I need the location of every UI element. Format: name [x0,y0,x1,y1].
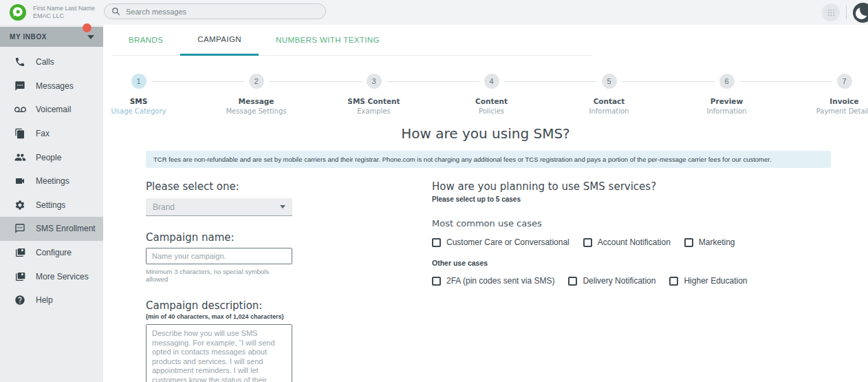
sidebar-item-configure[interactable]: Configure [0,241,103,265]
sidebar: MY INBOX Calls Messages Voicemail [0,25,103,382]
tcr-fees-banner: TCR fees are non-refundable and are set … [146,151,831,168]
step-4-content-policies[interactable]: 4 Content Policies [433,74,550,115]
usecase-label: 2FA (pin codes sent via SMS) [446,276,554,286]
usecase-2fa[interactable]: 2FA (pin codes sent via SMS) [432,276,554,286]
step-circle: 4 [484,74,499,89]
step-title: Content [475,97,508,105]
notification-badge [83,23,91,32]
user-name: First Name Last Name [33,5,95,12]
step-circle: 1 [131,74,147,89]
main-content: BRANDS CAMPAIGN NUMBERS WITH TEXTING 1 S… [103,25,868,382]
search-input[interactable]: Search messages [104,3,326,19]
step-6-preview-information[interactable]: 6 Preview Information [668,74,785,115]
campaign-name-label: Campaign name: [146,231,292,244]
usecase-marketing[interactable]: Marketing [684,237,735,247]
step-7-invoice-payment-details[interactable]: 7 Invoice Payment Details [785,74,868,115]
sidebar-item-sms-enrollment[interactable]: SMS Enrollment [0,217,103,241]
checkbox-icon[interactable] [432,277,441,286]
checkbox-icon[interactable] [583,238,592,247]
layers-icon [14,246,26,259]
step-subtitle: Usage Category [111,107,166,115]
sidebar-item-help[interactable]: Help [0,288,103,312]
use-case-row: Customer Care or Conversational Account … [432,237,748,247]
usecase-customer-care[interactable]: Customer Care or Conversational [432,237,569,247]
checkbox-icon[interactable] [684,238,693,247]
fax-icon [14,127,26,140]
use-case-row: 2FA (pin codes sent via SMS) Delivery No… [432,276,748,286]
sidebar-item-label: Meetings [36,176,69,186]
dark-mode-toggle[interactable] [853,3,868,23]
usecase-higher-education[interactable]: Higher Education [669,276,747,286]
usecase-label: Higher Education [684,276,747,286]
checkbox-icon[interactable] [669,277,678,286]
step-3-sms-content-examples[interactable]: 3 SMS Content Examples [315,74,433,115]
topbar-actions [822,0,868,25]
tab-brands[interactable]: BRANDS [111,25,180,55]
phone-com-logo[interactable] [10,4,26,21]
campaign-description-textarea[interactable] [146,324,292,382]
gear-icon [14,199,26,211]
step-circle: 3 [367,74,382,89]
sidebar-item-calls[interactable]: Calls [0,50,103,74]
sidebar-item-messages[interactable]: Messages [0,74,103,98]
sidebar-item-meetings[interactable]: Meetings [0,169,103,193]
step-title: Invoice [829,97,858,105]
sidebar-item-more-services[interactable]: More Services [0,264,103,288]
sidebar-item-people[interactable]: People [0,145,103,169]
sidebar-item-label: People [36,153,61,162]
most-common-use-cases-label: Most common use cases [432,218,748,229]
layers-icon [14,270,26,283]
step-title: SMS Content [347,97,400,105]
step-subtitle: Payment Details [816,107,868,115]
step-subtitle: Information [589,107,629,115]
phone-icon [14,56,26,68]
step-subtitle: Information [707,107,747,115]
campaign-description-label: Campaign description: [146,299,292,312]
checkbox-icon[interactable] [432,238,441,247]
sidebar-item-fax[interactable]: Fax [0,122,103,146]
step-2-message-settings[interactable]: 2 Message Message Settings [197,74,315,115]
chevron-down-icon [280,205,285,209]
campaign-form-column: Please select one: Brand Campaign name: … [146,180,292,382]
campaign-name-input[interactable] [146,248,292,264]
help-icon [14,294,26,306]
tab-campaign[interactable]: CAMPAIGN [180,25,259,56]
inbox-label: MY INBOX [10,33,47,41]
campaign-description-note: (min of 40 characters, max of 1,024 char… [146,313,292,320]
usecase-account-notification[interactable]: Account Notification [583,237,671,247]
brand-select[interactable]: Brand [146,198,292,216]
sidebar-item-voicemail[interactable]: Voicemail [0,98,103,122]
usecase-label: Delivery Notification [583,276,655,286]
inbox-selector[interactable]: MY INBOX [0,27,103,47]
account-info[interactable]: First Name Last Name EMAC LLC [33,5,95,20]
step-title: Message [239,97,274,105]
page-title: How are you using SMS? [103,125,868,142]
checkbox-icon[interactable] [568,277,577,286]
step-title: Preview [710,97,743,105]
people-icon [14,151,26,164]
step-5-contact-information[interactable]: 5 Contact Information [550,74,668,115]
topbar-divider [846,6,847,19]
step-title: Contact [594,97,625,105]
top-bar: First Name Last Name EMAC LLC Search mes… [0,0,868,25]
form-area: Please select one: Brand Campaign name: … [146,180,868,382]
sidebar-item-label: Voicemail [36,105,71,114]
usecase-delivery-notification[interactable]: Delivery Notification [568,276,655,286]
tab-numbers-with-texting[interactable]: NUMBERS WITH TEXTING [259,25,397,55]
use-cases-column: How are you planning to use SMS services… [432,180,748,382]
sidebar-item-label: Messages [36,81,74,91]
sidebar-item-settings[interactable]: Settings [0,193,103,217]
apps-grid-button[interactable] [822,3,840,21]
step-circle: 7 [837,74,852,89]
company-name: EMAC LLC [33,12,95,20]
sidebar-item-label: More Services [36,272,89,282]
sms-bubble-icon [14,222,26,235]
step-circle: 6 [719,74,735,89]
sidebar-item-label: Fax [36,129,50,138]
apps-grid-icon [827,8,836,17]
chevron-down-icon [87,35,94,39]
sidebar-item-label: Calls [36,57,54,67]
step-circle: 5 [602,74,617,89]
usecase-label: Account Notification [598,237,671,247]
step-subtitle: Policies [479,107,504,115]
